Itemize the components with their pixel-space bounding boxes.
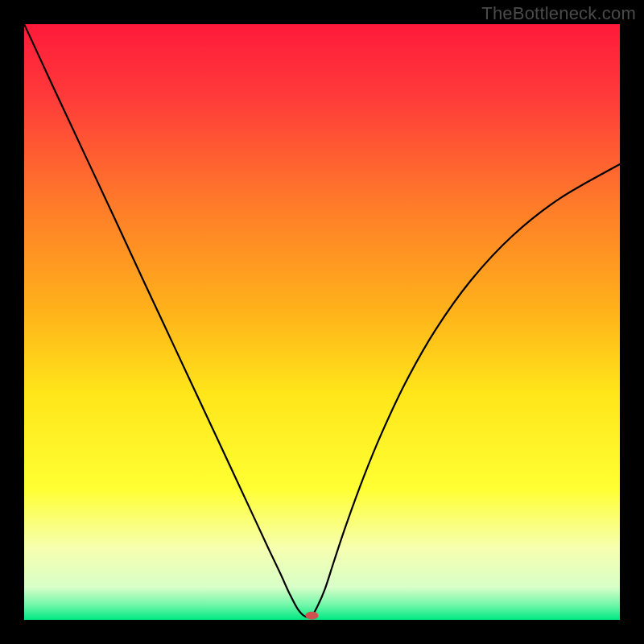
bottleneck-chart: [24, 24, 620, 620]
chart-frame: TheBottleneck.com: [0, 0, 644, 644]
plot-area: [24, 24, 620, 620]
gradient-background: [24, 24, 620, 620]
current-config-marker: [305, 612, 318, 620]
watermark-text: TheBottleneck.com: [481, 3, 636, 24]
